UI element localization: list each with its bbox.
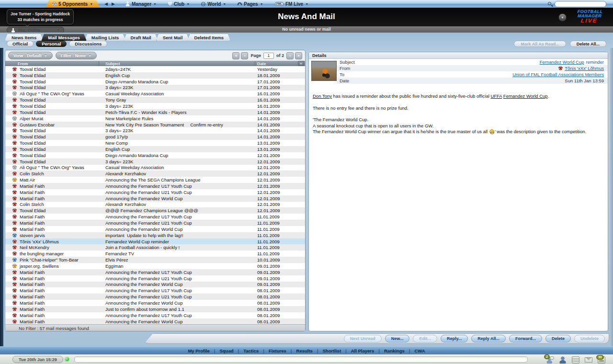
column-header-from[interactable]: From xyxy=(5,61,99,66)
bottomnav-item-results[interactable]: Results xyxy=(292,348,317,353)
mail-row[interactable]: Alper Murat New Marketplace Rules 14.01.… xyxy=(5,115,305,122)
reply-all-button[interactable]: Reply All... xyxy=(471,335,506,342)
mail-row[interactable]: Martial Faith Announcing the Fernandez U… xyxy=(5,220,305,226)
edit-button[interactable]: Edit... xyxy=(413,335,437,342)
mail-row[interactable]: Tooval Eldad New Comp 13.01.2009 xyxy=(5,140,305,146)
mail-row[interactable]: Ali Oguz " The CWA Org" Yavas Casual Wee… xyxy=(5,91,305,97)
mark-all-as-read-button[interactable]: Mark All As Read... xyxy=(514,41,566,47)
mail-row[interactable]: Colin Stelch Alexandr Kerzhakov 12.01.20… xyxy=(5,171,305,177)
bottomnav-item-squad[interactable]: Squad xyxy=(215,348,238,353)
mail-row[interactable]: Martial Faith Announcing the Fernandez W… xyxy=(5,195,305,202)
mail-row[interactable]: Martial Faith Announcing the Fernandez U… xyxy=(5,312,305,318)
opponents-tab[interactable]: 5 Opponents ▼ xyxy=(45,0,100,8)
filter-dropdown[interactable]: Filter : None ▼ xyxy=(56,52,97,59)
mail-row[interactable]: Martial Faith Announcing the Fernandez U… xyxy=(5,189,305,195)
bottomnav-item-cwa[interactable]: CWA xyxy=(410,348,429,353)
mail-row[interactable]: Martial Faith Announcing the Fernandez U… xyxy=(5,275,305,282)
mail-row[interactable]: Tooval Eldad 3 days= 223K 14.01.2009 xyxy=(5,127,305,134)
mail-row[interactable]: Neil McKendry Join a Football Associatio… xyxy=(5,244,305,250)
uffa-link[interactable]: UFFA xyxy=(490,93,502,99)
bottomnav-item-fixtures[interactable]: Fixtures xyxy=(264,348,291,353)
notes-icon[interactable] xyxy=(572,356,579,364)
menu-fm-live[interactable]: FML FM Live ▼ xyxy=(269,0,315,8)
fernandez-world-cup-link[interactable]: Fernandez World Cup xyxy=(503,93,548,99)
next-page-button[interactable]: › xyxy=(286,52,294,59)
mail-row[interactable]: Matt Air Announcing the The SEGA Champio… xyxy=(5,177,305,183)
mail-row[interactable]: Tooval Eldad Tony Gray 16.01.2009 xyxy=(5,97,305,103)
delete-button[interactable]: Delete xyxy=(545,335,571,342)
tab-sent-mail[interactable]: Sent Mail xyxy=(156,34,190,41)
mail-row[interactable]: Martial Faith Just to confirm about tomo… xyxy=(5,306,305,312)
tab-news-items[interactable]: News Items xyxy=(5,34,43,41)
view-dropdown[interactable]: View : Default ▼ xyxy=(8,52,53,59)
sort-dropdown-icon[interactable]: ▼ xyxy=(298,61,304,66)
mail-row[interactable]: Martial Faith Announcing the Fernandez U… xyxy=(5,294,305,300)
bottomnav-item-all-players[interactable]: All Players xyxy=(347,348,379,353)
next-unread-button[interactable]: Next Unread xyxy=(344,335,382,342)
mail-row[interactable]: Tooval Eldad Diego Armando Maradona Cup … xyxy=(5,79,305,85)
mail-row[interactable]: jasper.org. Swillens Eggiman 09.01.2009 xyxy=(5,263,305,269)
mail-row[interactable]: Tooval Eldad good 17y/p 14.01.2009 xyxy=(5,134,305,140)
mail-row[interactable]: the bungling manager Fernandez TV 11.01.… xyxy=(5,250,305,257)
mail-row[interactable]: Martial Faith Announcing the Fernandez U… xyxy=(5,269,305,275)
mail-row[interactable]: Gustavo Escobar New York City Pre Season… xyxy=(5,122,305,128)
prev-page-button[interactable]: ‹ xyxy=(241,52,248,59)
forward-button[interactable]: Forward... xyxy=(509,335,542,342)
new-mail-button[interactable]: New... xyxy=(385,335,410,342)
page-number-input[interactable]: 1 xyxy=(263,53,274,59)
mail-row[interactable]: Tooval Eldad Diego Armando Maradona Cup … xyxy=(5,152,305,159)
tab-draft-mail[interactable]: Draft Mail xyxy=(124,34,158,41)
bottomnav-item-my-profile[interactable]: My Profile xyxy=(183,348,214,353)
subtab-personal[interactable]: Personal xyxy=(36,41,67,47)
don-tony-link[interactable]: Don Tony xyxy=(313,93,332,99)
mail-row[interactable]: Martial Faith Announcing the Fernandez U… xyxy=(5,287,305,294)
manager-status-icon[interactable] xyxy=(559,356,567,364)
mail-row[interactable]: Tooval Eldad 2days=247K Yesterday xyxy=(5,66,305,72)
mail-envelope-icon[interactable] xyxy=(585,357,592,363)
from-link[interactable]: Tõnis 'xXx' Lõhmus xyxy=(565,66,604,71)
menu-world[interactable]: World ▼ xyxy=(195,0,232,8)
mail-row[interactable]: Tooval Eldad Petch-Tikva F.C - Wonder Ki… xyxy=(5,109,305,115)
menu-club[interactable]: Club ▼ xyxy=(162,0,195,8)
game-date-button[interactable]: Tue 20th Jan 15:29 xyxy=(12,356,63,363)
mail-row[interactable]: Pink "Chat-Helper" Tom-Bear Elvis Pérez … xyxy=(5,257,305,263)
mail-row[interactable]: Tooval Eldad @@@ Fernandez Champions Lea… xyxy=(5,207,305,214)
reply-button[interactable]: Reply... xyxy=(441,335,468,342)
bottomnav-item-shortlist[interactable]: Shortlist xyxy=(318,348,346,353)
menu-manager[interactable]: Manager ▼ xyxy=(120,0,162,8)
mail-row[interactable]: steven jarvis important Update to help w… xyxy=(5,232,305,239)
inbox-icon[interactable]: 30 xyxy=(598,356,605,364)
mail-row[interactable]: Martial Faith Announcing the Fernandez W… xyxy=(5,282,305,288)
mail-row[interactable]: Ali Oguz " The CWA Org" Yavas Casual Wee… xyxy=(5,165,305,171)
bottomnav-item-tactics[interactable]: Tactics xyxy=(239,348,263,353)
mail-row[interactable]: Colin Stelch Alexandr Kerzhakov 12.01.20… xyxy=(5,202,305,208)
tab-deleted-items[interactable]: Deleted Items xyxy=(187,34,230,41)
back-button[interactable]: ◀ xyxy=(104,1,108,6)
chat-icon[interactable]: 2 xyxy=(546,356,554,364)
subject-link[interactable]: Fernandez World Cup xyxy=(540,59,584,65)
to-link[interactable]: Union of FML Football Associations Membe… xyxy=(512,72,604,77)
subtab-official[interactable]: Official xyxy=(7,41,34,47)
mail-row[interactable]: Martial Faith Announcing the Fernandez W… xyxy=(5,300,305,306)
subtab-discussions[interactable]: Discussions xyxy=(69,41,107,47)
search-input[interactable] xyxy=(555,1,606,7)
header-dropdown-button[interactable]: ▼ xyxy=(558,13,567,22)
bottomnav-item-rankings[interactable]: Rankings xyxy=(380,348,409,353)
delete-all-button[interactable]: Delete All... xyxy=(570,41,606,47)
column-header-date[interactable]: Date ▼ xyxy=(255,61,305,66)
mail-row[interactable]: Tooval Eldad 3 days= 223K 16.01.2009 xyxy=(5,103,305,109)
first-page-button[interactable]: « xyxy=(232,52,239,59)
mail-row[interactable]: Martial Faith Announcing the Fernandez W… xyxy=(5,226,305,232)
mail-row[interactable]: Tooval Eldad 3 days= 223K 12.01.2009 xyxy=(5,159,305,165)
forward-button[interactable]: ▶ xyxy=(112,1,115,6)
mail-row[interactable]: Martial Faith Announcing the Fernandez U… xyxy=(5,183,305,189)
mail-row[interactable]: Tooval Eldad English Cup 18.01.2009 xyxy=(5,72,305,79)
tab-mailing-lists[interactable]: Mailing Lists xyxy=(85,34,126,41)
mail-row[interactable]: Tooval Eldad English Cup 13.01.2009 xyxy=(5,146,305,152)
last-page-button[interactable]: » xyxy=(295,52,302,59)
mail-row[interactable]: Tooval Eldad 3 days= 223K 17.01.2009 xyxy=(5,85,305,91)
menu-pages[interactable]: Pages ▼ xyxy=(232,0,269,8)
undelete-button[interactable]: Undelete xyxy=(574,335,605,342)
tab-mail-messages[interactable]: Mail Messages xyxy=(41,34,87,41)
mail-row[interactable]: Martial Faith Announcing the Fernandez W… xyxy=(5,318,305,325)
